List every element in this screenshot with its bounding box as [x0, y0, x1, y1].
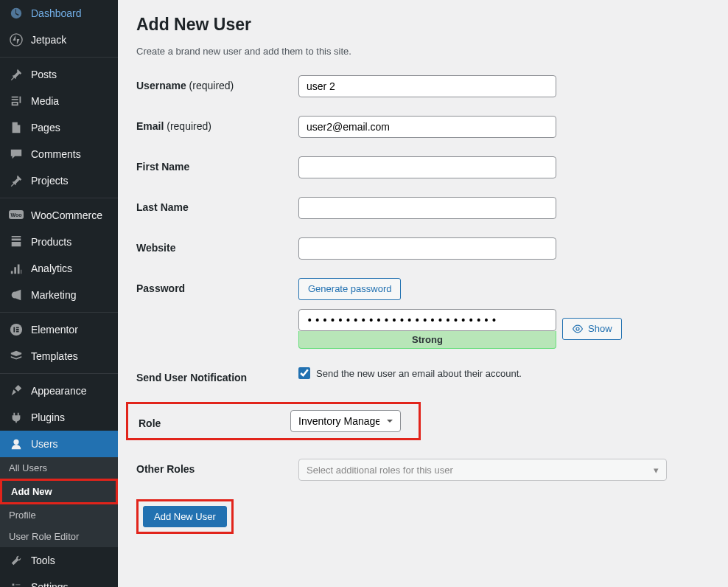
admin-sidebar: Dashboard Jetpack Posts Media Pages Comm… [0, 0, 118, 587]
products-icon [9, 235, 24, 249]
media-icon [9, 94, 24, 108]
website-input[interactable] [298, 237, 556, 260]
sidebar-label: Users [31, 438, 58, 450]
username-input[interactable] [298, 75, 556, 97]
pin-icon [9, 173, 24, 188]
pin-icon [9, 67, 24, 82]
svg-point-4 [13, 440, 18, 445]
sidebar-item-appearance[interactable]: Appearance [0, 378, 118, 404]
page-title: Add New User [136, 15, 710, 35]
firstname-input[interactable] [298, 156, 556, 178]
sidebar-item-pages[interactable]: Pages [0, 114, 118, 141]
eye-icon [572, 323, 584, 335]
website-label: Website [136, 237, 298, 254]
submenu-profile[interactable]: Profile [0, 504, 118, 526]
sidebar-item-dashboard[interactable]: Dashboard [0, 0, 118, 27]
email-label: Email (required) [136, 116, 298, 132]
sidebar-item-users[interactable]: Users [0, 431, 118, 457]
sidebar-item-jetpack[interactable]: Jetpack [0, 27, 118, 53]
add-new-user-button[interactable]: Add New User [143, 506, 227, 527]
submenu-all-users[interactable]: All Users [0, 457, 118, 479]
sidebar-label: Elementor [31, 324, 78, 336]
password-input[interactable] [298, 309, 556, 331]
sidebar-item-products[interactable]: Products [0, 229, 118, 255]
sidebar-label: Media [31, 95, 59, 107]
sidebar-label: Analytics [31, 263, 72, 274]
settings-icon [9, 580, 24, 587]
notification-label: Send User Notification [136, 367, 298, 383]
lastname-input[interactable] [298, 197, 556, 219]
other-roles-label: Other Roles [136, 459, 298, 475]
jetpack-icon [9, 32, 24, 47]
svg-point-5 [576, 327, 579, 330]
firstname-label: First Name [136, 156, 298, 173]
sidebar-label: Plugins [31, 411, 65, 423]
sidebar-item-elementor[interactable]: Elementor [0, 316, 118, 343]
password-strength-label: Strong [298, 331, 556, 349]
show-password-button[interactable]: Show [562, 318, 622, 340]
templates-icon [9, 349, 24, 364]
sidebar-item-projects[interactable]: Projects [0, 167, 118, 194]
other-roles-placeholder: Select additional roles for this user [307, 465, 453, 476]
sidebar-item-marketing[interactable]: Marketing [0, 282, 118, 308]
sidebar-item-comments[interactable]: Comments [0, 141, 118, 167]
sidebar-label: Settings [31, 581, 69, 587]
submenu-add-new[interactable]: Add New [0, 479, 118, 504]
page-icon [9, 120, 24, 135]
sidebar-label: Appearance [31, 385, 87, 397]
plugins-icon [9, 410, 24, 425]
sidebar-item-media[interactable]: Media [0, 88, 118, 114]
show-label: Show [588, 322, 612, 336]
sidebar-label: Marketing [31, 289, 76, 301]
generate-password-button[interactable]: Generate password [298, 278, 401, 300]
sidebar-label: WooCommerce [31, 209, 102, 221]
woo-icon: Woo [9, 208, 24, 223]
sidebar-item-posts[interactable]: Posts [0, 61, 118, 88]
lastname-label: Last Name [136, 197, 298, 213]
marketing-icon [9, 288, 24, 302]
chevron-down-icon: ▾ [654, 465, 659, 476]
svg-text:Woo: Woo [10, 212, 21, 218]
email-input[interactable] [298, 116, 556, 138]
sidebar-item-plugins[interactable]: Plugins [0, 404, 118, 431]
svg-point-0 [10, 34, 22, 46]
comment-icon [9, 147, 24, 161]
sidebar-label: Posts [31, 69, 57, 80]
password-label: Password [136, 278, 298, 294]
role-select[interactable]: Inventory Manager [290, 410, 401, 432]
sidebar-item-analytics[interactable]: Analytics [0, 255, 118, 282]
users-submenu: All Users Add New Profile User Role Edit… [0, 457, 118, 547]
page-description: Create a brand new user and add them to … [136, 46, 710, 57]
sidebar-label: Templates [31, 350, 78, 362]
sidebar-label: Pages [31, 122, 60, 133]
notification-checkbox[interactable] [298, 367, 310, 379]
submenu-user-role-editor[interactable]: User Role Editor [0, 526, 118, 547]
role-label: Role [139, 413, 290, 429]
elementor-icon [9, 322, 24, 337]
sidebar-label: Products [31, 236, 71, 248]
other-roles-select[interactable]: Select additional roles for this user ▾ [298, 459, 667, 481]
sidebar-label: Comments [31, 148, 81, 160]
analytics-icon [9, 261, 24, 276]
sidebar-label: Projects [31, 175, 69, 187]
sidebar-label: Jetpack [31, 34, 66, 46]
sidebar-item-tools[interactable]: Tools [0, 547, 118, 574]
main-content: Add New User Create a brand new user and… [118, 0, 728, 587]
tools-icon [9, 553, 24, 568]
sidebar-item-settings[interactable]: Settings [0, 574, 118, 587]
notification-text: Send the new user an email about their a… [316, 368, 522, 379]
username-label: Username (required) [136, 75, 298, 91]
sidebar-item-templates[interactable]: Templates [0, 343, 118, 369]
sidebar-label: Dashboard [31, 7, 82, 19]
dashboard-icon [9, 6, 24, 21]
appearance-icon [9, 383, 24, 398]
sidebar-item-woocommerce[interactable]: Woo WooCommerce [0, 202, 118, 229]
users-icon [9, 437, 24, 451]
sidebar-label: Tools [31, 555, 55, 566]
